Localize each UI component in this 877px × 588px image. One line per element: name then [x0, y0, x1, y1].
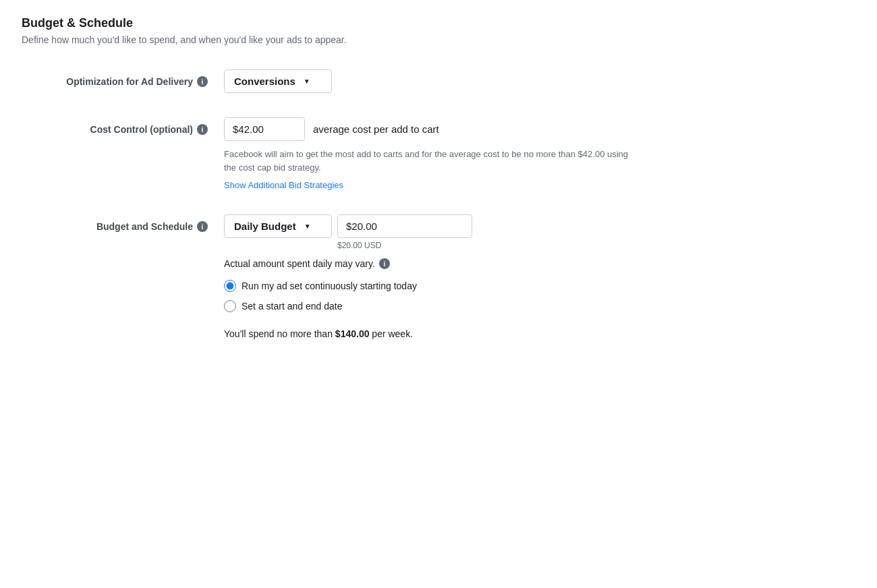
cost-control-label-text: Cost Control (optional) [90, 124, 193, 135]
radio-continuously-input[interactable] [224, 280, 236, 292]
radio-start-end-label: Set a start and end date [242, 301, 342, 312]
budget-schedule-content: Daily Budget ▼ $20.00 USD Actual amount … [224, 214, 855, 339]
weekly-spend-text: You'll spend no more than $140.00 per we… [224, 328, 855, 339]
optimization-row: Optimization for Ad Delivery i Conversio… [22, 69, 855, 93]
cost-control-content: average cost per add to cart Facebook wi… [224, 117, 855, 190]
weekly-spend-prefix: You'll spend no more than [224, 328, 333, 339]
optimization-label: Optimization for Ad Delivery i [22, 69, 224, 87]
page-subtitle: Define how much you'd like to spend, and… [22, 34, 855, 45]
budget-schedule-form: Optimization for Ad Delivery i Conversio… [22, 69, 855, 339]
weekly-spend-amount: $140.00 [335, 328, 370, 339]
cost-input[interactable] [224, 117, 305, 141]
optimization-dropdown[interactable]: Conversions ▼ [224, 69, 332, 93]
radio-start-end-input[interactable] [224, 300, 236, 312]
radio-continuously-label: Run my ad set continuously starting toda… [242, 281, 417, 291]
radio-start-end-date[interactable]: Set a start and end date [224, 300, 855, 312]
actual-amount-info-icon[interactable]: i [379, 258, 390, 269]
page-title: Budget & Schedule [22, 16, 855, 30]
budget-schedule-label-text: Budget and Schedule [96, 221, 193, 232]
show-bid-strategies-link[interactable]: Show Additional Bid Strategies [224, 180, 343, 190]
cost-control-info-icon[interactable]: i [197, 124, 208, 135]
budget-dropdown-value: Daily Budget [234, 220, 296, 232]
actual-amount-row: Actual amount spent daily may vary. i [224, 258, 855, 269]
budget-schedule-info-icon[interactable]: i [197, 221, 208, 232]
budget-type-dropdown[interactable]: Daily Budget ▼ [224, 214, 332, 238]
cost-control-row: Cost Control (optional) i average cost p… [22, 117, 855, 190]
schedule-radio-group: Run my ad set continuously starting toda… [224, 280, 855, 312]
optimization-info-icon[interactable]: i [197, 76, 208, 87]
optimization-label-text: Optimization for Ad Delivery [66, 76, 193, 87]
budget-schedule-row: Budget and Schedule i Daily Budget ▼ $20… [22, 214, 855, 339]
cost-per-label: average cost per add to cart [313, 123, 439, 135]
radio-run-continuously[interactable]: Run my ad set continuously starting toda… [224, 280, 855, 292]
optimization-control: Conversions ▼ [224, 69, 855, 93]
optimization-dropdown-arrow: ▼ [304, 78, 310, 85]
budget-usd-label: $20.00 USD [337, 241, 855, 250]
budget-dropdown-arrow: ▼ [304, 223, 311, 230]
budget-amount-input[interactable] [337, 214, 472, 238]
cost-input-row: average cost per add to cart [224, 117, 855, 141]
actual-amount-text: Actual amount spent daily may vary. [224, 258, 375, 269]
cost-description: Facebook will aim to get the most add to… [224, 148, 642, 174]
optimization-dropdown-value: Conversions [234, 76, 295, 87]
budget-schedule-label: Budget and Schedule i [22, 214, 224, 232]
weekly-spend-suffix: per week. [372, 328, 413, 339]
cost-control-label: Cost Control (optional) i [22, 117, 224, 135]
budget-input-row: Daily Budget ▼ [224, 214, 855, 238]
